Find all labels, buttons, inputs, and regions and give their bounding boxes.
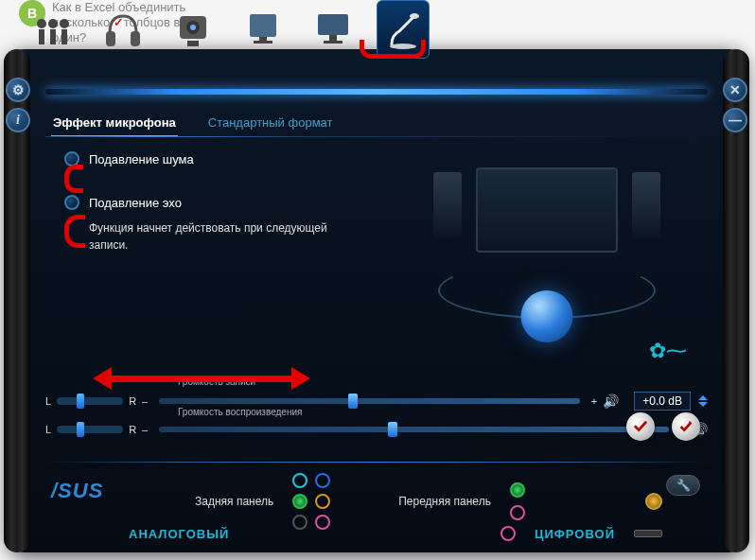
info-icon: i <box>16 113 20 128</box>
device-headphones[interactable] <box>97 0 149 59</box>
balance-r: R <box>129 395 136 407</box>
echo-label: Подавление эхо <box>89 196 182 210</box>
minimize-button[interactable]: — <box>723 108 747 132</box>
jack-panels: Задняя панель Передняя панель <box>195 473 662 530</box>
playback-volume-row: Громкость воспроизведения L R – + 🔊 <box>45 422 708 437</box>
sliders-section: Громкость записи L R – + 🔊 +0.0 dB Громк… <box>45 392 708 448</box>
svg-point-1 <box>48 19 58 28</box>
jack-spdif[interactable] <box>645 493 662 510</box>
tab-bar: Эффект микрофона Стандартный формат <box>51 110 334 137</box>
close-icon: ✕ <box>729 82 741 97</box>
orb-icon <box>521 290 573 342</box>
recording-title: Громкость записи <box>178 376 255 387</box>
speaker-right-icon <box>632 172 660 238</box>
front-panel-label: Передняя панель <box>398 495 491 508</box>
bottom-labels: АНАЛОГОВЫЙ ЦИФРОВОЙ <box>129 526 662 541</box>
jack-cyan[interactable] <box>292 473 307 488</box>
device-monitor[interactable] <box>307 0 360 59</box>
wrench-icon: 🔧 <box>676 479 691 492</box>
tab-mic-effect[interactable]: Эффект микрофона <box>51 110 178 137</box>
connector-settings-button[interactable]: 🔧 <box>666 475 700 496</box>
front-jacks <box>510 482 525 520</box>
jack-pink-bottom[interactable] <box>500 526 516 541</box>
asus-logo: /SUS <box>51 479 103 503</box>
db-value: +0.0 dB <box>634 392 691 411</box>
minus-label: – <box>142 424 148 435</box>
minus-label: – <box>142 395 148 407</box>
info-button[interactable]: i <box>6 108 30 132</box>
monitor-icon <box>476 167 618 253</box>
radio-icon <box>64 195 79 210</box>
svg-point-18 <box>410 13 419 19</box>
svg-rect-11 <box>187 41 199 46</box>
plus-label: + <box>591 395 597 407</box>
speaker-icon[interactable]: 🔊 <box>603 394 619 409</box>
settings-button[interactable]: ⚙ <box>6 78 30 102</box>
device-jacks[interactable] <box>26 0 79 59</box>
recording-volume-row: Громкость записи L R – + 🔊 +0.0 dB <box>45 392 708 411</box>
device-microphone[interactable] <box>377 0 430 59</box>
analog-label: АНАЛОГОВЫЙ <box>129 527 229 541</box>
device-desktop[interactable] <box>237 0 290 59</box>
svg-rect-17 <box>324 41 342 44</box>
jack-green[interactable] <box>292 494 307 509</box>
svg-rect-4 <box>50 29 56 44</box>
spinner-down-icon[interactable] <box>698 402 708 407</box>
noise-label: Подавление шума <box>89 152 194 166</box>
rear-panel-label: Задняя панель <box>195 495 273 508</box>
svg-rect-3 <box>39 29 44 44</box>
minimize-icon: — <box>729 113 742 128</box>
device-selector-row <box>26 0 430 59</box>
balance-l: L <box>45 395 51 407</box>
recording-balance-slider[interactable] <box>57 397 123 405</box>
svg-rect-5 <box>61 29 67 44</box>
spinner-up-icon[interactable] <box>698 395 708 400</box>
radio-icon <box>64 151 79 166</box>
device-preview <box>405 144 689 352</box>
footer: /SUS 🔧 Задняя панель Передняя панель АНА… <box>34 467 719 552</box>
rear-jacks <box>292 473 332 530</box>
svg-rect-16 <box>329 35 337 41</box>
hdmi-port-icon[interactable] <box>634 530 662 537</box>
close-button[interactable]: ✕ <box>723 78 747 102</box>
balance-l: L <box>45 424 51 435</box>
balance-r: R <box>129 424 136 435</box>
jack-green-front[interactable] <box>510 482 525 498</box>
svg-point-10 <box>190 25 196 30</box>
tab-standard-format[interactable]: Стандартный формат <box>206 110 335 137</box>
playback-balance-slider[interactable] <box>57 426 123 433</box>
jack-orange[interactable] <box>315 494 330 509</box>
separator <box>42 462 711 463</box>
effect-note: Функция начнет действовать при следующей… <box>89 219 354 254</box>
svg-point-0 <box>37 19 46 28</box>
db-spinner[interactable] <box>698 395 708 407</box>
device-webcam[interactable] <box>167 0 219 59</box>
apply-button[interactable] <box>626 412 655 441</box>
svg-point-19 <box>390 44 416 49</box>
header-glow-bar <box>45 89 708 95</box>
action-buttons <box>626 412 700 441</box>
svg-rect-7 <box>131 31 140 46</box>
digital-label: ЦИФРОВОЙ <box>535 527 615 541</box>
sonic-icon[interactable]: ✿⁓ <box>649 339 687 363</box>
svg-rect-6 <box>106 31 115 46</box>
gear-icon: ⚙ <box>12 82 25 97</box>
playback-volume-slider[interactable] <box>159 427 668 432</box>
svg-rect-15 <box>318 14 348 35</box>
speaker-left-icon <box>433 172 462 238</box>
svg-rect-14 <box>254 41 272 44</box>
svg-rect-12 <box>250 14 276 37</box>
playback-title: Громкость воспроизведения <box>178 407 302 417</box>
recording-volume-slider[interactable] <box>159 398 580 404</box>
jack-pink-front[interactable] <box>510 505 525 520</box>
svg-rect-13 <box>259 37 267 41</box>
reset-button[interactable] <box>672 412 700 441</box>
realtek-panel: ⚙ i ✕ — Эффект микрофона Стандартный фор… <box>8 49 746 552</box>
jack-blue[interactable] <box>315 473 330 488</box>
svg-point-2 <box>60 19 69 28</box>
tab-underline <box>45 136 708 137</box>
